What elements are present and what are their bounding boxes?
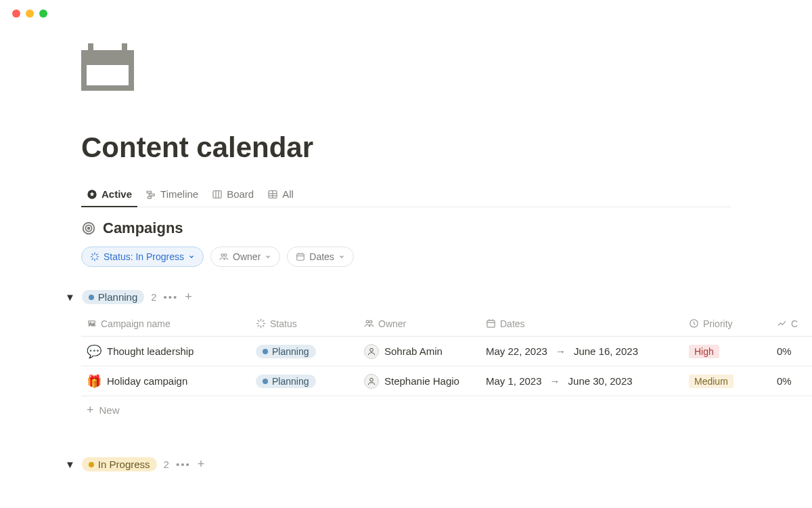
cell-priority[interactable]: High (683, 345, 771, 358)
svg-point-45 (370, 378, 374, 381)
svg-line-32 (263, 325, 264, 326)
timeline-icon (145, 189, 156, 200)
completion-value: 0% (777, 375, 792, 387)
svg-line-36 (263, 320, 264, 322)
cell-owner[interactable]: Stephanie Hagio (359, 374, 480, 389)
tab-active[interactable]: Active (81, 184, 137, 207)
svg-point-37 (366, 320, 369, 323)
svg-point-22 (221, 254, 224, 257)
group-add-button[interactable]: + (198, 457, 205, 471)
plus-icon: + (87, 403, 94, 417)
filter-status[interactable]: Status: In Progress (81, 247, 204, 267)
svg-text:Aa: Aa (89, 321, 95, 327)
group-toggle[interactable]: ▼ (65, 291, 75, 303)
svg-point-23 (225, 254, 227, 257)
section-title: Campaigns (103, 219, 183, 237)
cell-owner[interactable]: Sohrab Amin (359, 344, 480, 359)
svg-rect-39 (487, 320, 495, 327)
cell-dates[interactable]: May 22, 2023 → June 16, 2023 (480, 345, 683, 357)
table-icon (267, 189, 278, 200)
filter-owner[interactable]: Owner (210, 247, 280, 267)
col-label: Owner (378, 318, 406, 329)
cell-completion[interactable]: 0% (771, 375, 812, 387)
cell-status[interactable]: Planning (250, 345, 359, 358)
close-window-button[interactable] (12, 9, 20, 18)
tab-label: All (282, 188, 294, 200)
filter-bar: Status: In Progress Owner Dates (81, 247, 731, 267)
new-row-label: New (99, 404, 120, 416)
svg-line-35 (258, 325, 259, 326)
svg-line-16 (92, 254, 93, 255)
status-dot-icon (89, 295, 94, 300)
calendar-icon (296, 252, 305, 261)
group-label: Planning (98, 291, 137, 303)
page-icon-calendar[interactable] (81, 43, 134, 91)
svg-rect-1 (147, 191, 152, 193)
col-label: Status (270, 318, 297, 329)
table-row[interactable]: 🎁 Holiday campaign Planning Stephanie Ha… (81, 366, 812, 396)
status-label: Planning (272, 346, 309, 357)
tab-timeline[interactable]: Timeline (140, 184, 204, 207)
date-start: May 22, 2023 (486, 345, 547, 357)
cell-priority[interactable]: Medium (683, 375, 771, 388)
completion-value: 0% (777, 345, 792, 357)
page-title[interactable]: Content calendar (81, 131, 731, 164)
group-add-button[interactable]: + (185, 290, 192, 304)
group-more-button[interactable]: ••• (176, 459, 191, 470)
svg-point-44 (370, 348, 374, 352)
filter-dates[interactable]: Dates (287, 247, 354, 267)
col-label: Campaign name (101, 318, 171, 329)
table-row[interactable]: 💬 Thought leadership Planning Sohrab Ami… (81, 337, 812, 366)
col-dates[interactable]: Dates (480, 318, 683, 329)
group-more-button[interactable]: ••• (164, 291, 179, 303)
date-start: May 1, 2023 (486, 375, 542, 387)
col-owner[interactable]: Owner (359, 318, 480, 329)
people-icon (364, 318, 374, 329)
tab-label: Active (102, 188, 132, 200)
svg-line-21 (96, 254, 97, 255)
svg-point-13 (88, 228, 90, 230)
col-label: Dates (500, 318, 525, 329)
svg-line-31 (258, 320, 259, 322)
arrow-right-icon: → (550, 375, 560, 387)
col-campaign-name[interactable]: Aa Campaign name (81, 318, 250, 329)
text-icon: Aa (87, 318, 97, 329)
new-row-button[interactable]: + New (81, 396, 812, 423)
cell-status[interactable]: Planning (250, 375, 359, 388)
priority-tag: High (689, 345, 719, 358)
cell-completion[interactable]: 0% (771, 345, 812, 357)
tab-all[interactable]: All (262, 184, 299, 207)
svg-rect-24 (297, 254, 304, 260)
column-headers: Aa Campaign name Status Owner Dates (81, 311, 812, 337)
group-count: 2 (151, 291, 156, 303)
maximize-window-button[interactable] (39, 9, 47, 18)
col-priority[interactable]: Priority (683, 318, 771, 329)
svg-rect-3 (148, 196, 151, 198)
filter-label: Owner (233, 251, 261, 262)
avatar (364, 374, 379, 389)
group-status-tag[interactable]: Planning (82, 290, 144, 304)
svg-rect-2 (149, 194, 154, 196)
owner-name: Sohrab Amin (384, 345, 443, 357)
cell-name: 💬 Thought leadership (81, 344, 250, 359)
chevron-down-icon (188, 253, 195, 260)
target-icon (81, 221, 96, 236)
group-toggle[interactable]: ▼ (65, 459, 75, 470)
group-count: 2 (164, 459, 169, 470)
status-dot-icon (89, 462, 94, 467)
col-completion[interactable]: C (771, 318, 812, 329)
calendar-icon (486, 318, 496, 329)
date-end: June 30, 2023 (568, 375, 633, 387)
col-status[interactable]: Status (250, 318, 359, 329)
campaign-name: Thought leadership (107, 345, 194, 357)
svg-line-20 (92, 258, 93, 259)
star-badge-icon (87, 189, 97, 200)
status-label: Planning (272, 376, 309, 387)
minimize-window-button[interactable] (26, 9, 34, 18)
cell-dates[interactable]: May 1, 2023 → June 30, 2023 (480, 375, 683, 387)
tab-board[interactable]: Board (206, 184, 259, 207)
status-dot-icon (263, 349, 268, 354)
filter-label: Status: In Progress (104, 251, 184, 262)
date-end: June 16, 2023 (574, 345, 638, 357)
group-status-tag[interactable]: In Progress (82, 457, 157, 471)
